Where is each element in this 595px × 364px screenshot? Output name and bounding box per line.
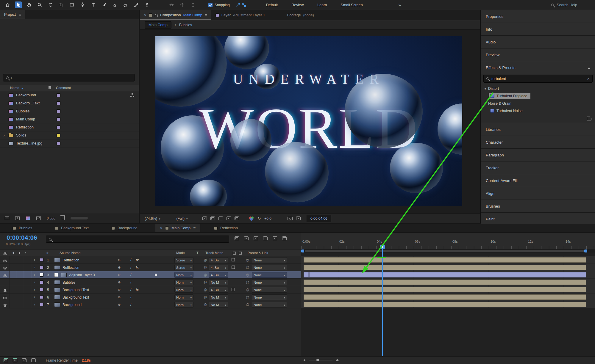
parent-dropdown[interactable]: None <box>252 265 287 270</box>
panel-paragraph[interactable]: Paragraph <box>481 149 595 161</box>
fx-switch-icon[interactable]: fx <box>136 258 139 262</box>
layer-name[interactable]: Background Text <box>63 295 113 299</box>
label-swatch[interactable] <box>57 93 60 97</box>
workspace-small-screen[interactable]: Small Screen <box>341 3 363 7</box>
timeline-zoom-control[interactable] <box>303 359 339 361</box>
mode-dropdown[interactable]: Scree <box>174 257 193 263</box>
transparency-grid-icon[interactable] <box>210 216 215 220</box>
comp-mini-flowchart-icon[interactable] <box>235 236 239 240</box>
matte-toggle-icon[interactable] <box>232 258 235 261</box>
sort-asc-icon[interactable] <box>21 86 24 90</box>
parent-pickwhip-icon[interactable] <box>246 295 249 299</box>
mode-dropdown[interactable]: Norn <box>174 302 193 307</box>
matte-pickwhip-icon[interactable] <box>204 288 207 292</box>
project-row-refflection[interactable]: Refflection <box>0 123 139 131</box>
layer-bar-1[interactable] <box>304 257 586 263</box>
exposure-value[interactable]: +0,0 <box>264 216 271 221</box>
eye-icon[interactable] <box>3 274 7 277</box>
fx-switch-icon[interactable]: fx <box>136 288 139 291</box>
footer-scrollbar[interactable] <box>71 217 88 219</box>
expand-layer-icon[interactable] <box>34 258 35 262</box>
roto-brush-tool-icon[interactable] <box>133 1 140 8</box>
expand-transform-icon[interactable] <box>22 358 26 362</box>
snapping-toggle[interactable]: Snapping <box>208 3 230 7</box>
matte-toggle-icon[interactable] <box>232 288 235 291</box>
quality-switch-icon[interactable]: / <box>130 288 131 292</box>
parent-pickwhip-icon[interactable] <box>246 280 249 284</box>
graph-editor-icon[interactable] <box>282 236 287 240</box>
parent-dropdown[interactable]: None <box>252 287 287 293</box>
orbit-camera-tool-icon[interactable] <box>168 1 175 8</box>
layer-bar-7[interactable] <box>304 302 586 307</box>
shape-tool-icon[interactable] <box>68 1 75 8</box>
mode-dropdown[interactable]: Norn <box>174 280 193 285</box>
collapse-switch-icon[interactable]: ⊕ <box>118 303 121 307</box>
label-chip[interactable] <box>40 273 43 277</box>
snapshot-camera-icon[interactable] <box>288 217 293 220</box>
time-navigator-bar[interactable] <box>301 249 595 253</box>
expand-layer-icon[interactable] <box>34 280 35 284</box>
label-chip[interactable] <box>40 303 43 306</box>
mode-dropdown[interactable]: Norn <box>174 287 193 293</box>
panel-tracker[interactable]: Tracker <box>481 161 595 174</box>
matte-pickwhip-icon[interactable] <box>204 295 207 299</box>
viewer-area[interactable]: UNDERWATER WORLD <box>140 30 480 214</box>
type-tool-icon[interactable] <box>90 1 97 8</box>
parent-dropdown[interactable]: None <box>252 280 287 285</box>
current-timecode[interactable]: 0:00:04:06 <box>7 234 37 241</box>
label-swatch[interactable] <box>57 109 60 113</box>
selection-tool-icon[interactable] <box>15 1 22 8</box>
project-settings-icon[interactable] <box>36 216 41 220</box>
navigator-start-handle[interactable] <box>301 250 304 252</box>
tab-main-comp[interactable]: Main Comp <box>155 224 200 232</box>
eraser-tool-icon[interactable] <box>122 1 129 8</box>
project-row-texture[interactable]: Texture...ine.jpg <box>0 139 139 148</box>
collapse-switch-icon[interactable]: ⊕ <box>118 258 121 262</box>
layer-name[interactable]: Bubbles <box>63 280 113 285</box>
label-swatch[interactable] <box>57 142 60 145</box>
zoom-in-mountain-icon[interactable] <box>335 359 339 361</box>
panel-info[interactable]: Info <box>481 23 595 36</box>
parent-pickwhip-icon[interactable] <box>246 302 249 307</box>
project-row-main-comp[interactable]: Main Comp <box>0 115 139 123</box>
toggle-switches-modes-icon[interactable] <box>31 358 36 362</box>
matte-toggle-icon[interactable] <box>232 266 235 269</box>
mask-visibility-icon[interactable] <box>218 216 223 220</box>
label-chip[interactable] <box>40 280 43 284</box>
effect-turbulent-noise[interactable]: Turbulent Noise <box>481 107 595 114</box>
search-scope-caret-icon[interactable] <box>11 76 12 80</box>
parent-dropdown[interactable]: None <box>252 257 287 263</box>
label-swatch[interactable] <box>57 134 60 137</box>
quality-switch-icon[interactable]: / <box>130 258 131 262</box>
layer-row-5[interactable]: 5 Background Text ⊕ / fx Norn 4. Bu None <box>0 286 301 294</box>
navigator-end-handle[interactable] <box>584 250 587 252</box>
matte-pickwhip-icon[interactable] <box>204 273 207 277</box>
layer-bar-3-selected[interactable] <box>304 272 586 277</box>
column-track-matte[interactable]: Track Matte <box>205 251 223 255</box>
brush-tool-icon[interactable] <box>101 1 107 8</box>
matte-pickwhip-icon[interactable] <box>204 258 207 262</box>
parent-pickwhip-icon[interactable] <box>246 265 249 269</box>
matte-pickwhip-icon[interactable] <box>204 302 207 307</box>
parent-pickwhip-icon[interactable] <box>246 258 249 262</box>
pen-tool-icon[interactable] <box>79 1 86 8</box>
matte-pickwhip-icon[interactable] <box>204 265 207 269</box>
lock-icon[interactable] <box>155 15 158 17</box>
tab-project[interactable]: Project <box>0 10 25 19</box>
panel-effects-presets[interactable]: Effects & Presets <box>481 61 595 74</box>
tab-composition-main-comp[interactable]: Composition Main Comp <box>140 10 211 20</box>
hand-tool-icon[interactable] <box>26 1 32 8</box>
label-swatch[interactable] <box>57 125 60 129</box>
panel-properties[interactable]: Properties <box>481 10 595 23</box>
timeline-track-area[interactable]: 0:00s 02s 04s 06s 08s 10s 12s 14s <box>301 233 595 356</box>
track-matte-dropdown[interactable]: 4. Bu <box>209 265 228 270</box>
eye-icon[interactable] <box>3 304 7 307</box>
draft-3d-icon[interactable] <box>244 236 249 240</box>
view-layout-icon[interactable] <box>235 216 239 220</box>
parent-dropdown[interactable]: None <box>252 294 287 300</box>
expand-folder-icon[interactable] <box>2 133 6 138</box>
new-animation-preset-icon[interactable] <box>587 117 591 120</box>
snapping-checkbox[interactable] <box>208 3 213 7</box>
quality-switch-icon[interactable]: / <box>130 302 131 307</box>
effects-group-distort[interactable]: Distort <box>481 85 595 92</box>
